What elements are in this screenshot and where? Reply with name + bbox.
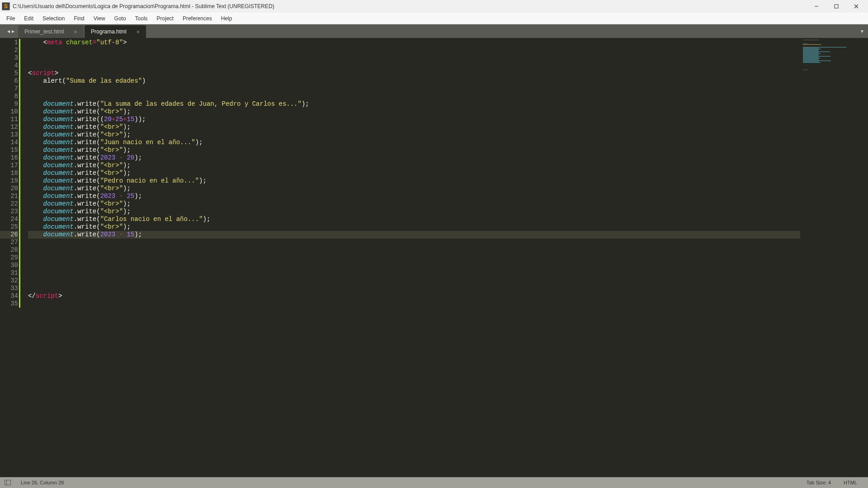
line-number[interactable]: 31 bbox=[0, 269, 18, 277]
code-line[interactable] bbox=[28, 277, 800, 285]
code-line[interactable]: document.write(2023 - 20); bbox=[28, 154, 800, 162]
code-line[interactable]: document.write("<br>"); bbox=[28, 169, 800, 177]
code-line[interactable]: document.write("<br>"); bbox=[28, 131, 800, 139]
code-line[interactable]: document.write("<br>"); bbox=[28, 108, 800, 116]
code-line[interactable] bbox=[28, 254, 800, 262]
close-button[interactable] bbox=[846, 0, 866, 13]
window-controls bbox=[807, 0, 866, 13]
editor-area[interactable]: 1234567891011121314151617181920212223242… bbox=[0, 38, 868, 477]
line-number[interactable]: 11 bbox=[0, 116, 18, 123]
line-number[interactable]: 35 bbox=[0, 300, 18, 308]
line-number[interactable]: 21 bbox=[0, 192, 18, 200]
tab-close-icon[interactable]: × bbox=[74, 28, 77, 35]
line-number[interactable]: 12 bbox=[0, 123, 18, 131]
line-number[interactable]: 1 bbox=[0, 39, 18, 47]
line-number[interactable]: 5 bbox=[0, 70, 18, 77]
code-line[interactable]: document.write("<br>"); bbox=[28, 162, 800, 169]
code-line[interactable]: document.write("Carlos nacio en el año..… bbox=[28, 216, 800, 223]
code-line[interactable]: document.write("<br>"); bbox=[28, 146, 800, 154]
code-line[interactable]: document.write("<br>"); bbox=[28, 123, 800, 131]
code-line[interactable]: alert("Suma de las edades") bbox=[28, 77, 800, 85]
line-number[interactable]: 25 bbox=[0, 223, 18, 231]
line-number[interactable]: 30 bbox=[0, 262, 18, 269]
menu-preferences[interactable]: Preferences bbox=[178, 14, 217, 23]
code-line[interactable]: document.write("<br>"); bbox=[28, 223, 800, 231]
tab-prev-icon[interactable]: ◂ bbox=[7, 28, 10, 34]
code-line[interactable] bbox=[28, 54, 800, 62]
menu-view[interactable]: View bbox=[89, 14, 110, 23]
line-number[interactable]: 13 bbox=[0, 131, 18, 139]
code-line[interactable] bbox=[28, 285, 800, 292]
code-line[interactable] bbox=[28, 262, 800, 269]
code-line[interactable]: document.write("Pedro nacio en el año...… bbox=[28, 177, 800, 185]
line-number[interactable]: 34 bbox=[0, 292, 18, 300]
line-number[interactable]: 28 bbox=[0, 246, 18, 254]
code-line[interactable]: document.write("La suma de las edades de… bbox=[28, 100, 800, 108]
menu-tools[interactable]: Tools bbox=[131, 14, 152, 23]
line-number[interactable]: 9 bbox=[0, 100, 18, 108]
menu-edit[interactable]: Edit bbox=[19, 14, 38, 23]
code-line[interactable]: document.write(2023 - 25); bbox=[28, 192, 800, 200]
code-content[interactable]: <meta charset="utf-8"> <script> alert("S… bbox=[24, 38, 800, 477]
code-line[interactable] bbox=[28, 269, 800, 277]
tab-dropdown-icon[interactable]: ▾ bbox=[861, 28, 863, 34]
code-line[interactable] bbox=[28, 62, 800, 70]
line-number[interactable]: 19 bbox=[0, 177, 18, 185]
line-number[interactable]: 6 bbox=[0, 77, 18, 85]
code-line[interactable] bbox=[28, 47, 800, 54]
code-line[interactable] bbox=[28, 85, 800, 93]
code-line[interactable]: document.write("<br>"); bbox=[28, 200, 800, 208]
minimize-button[interactable] bbox=[807, 0, 826, 13]
line-number[interactable]: 32 bbox=[0, 277, 18, 285]
line-number[interactable]: 17 bbox=[0, 162, 18, 169]
line-number[interactable]: 3 bbox=[0, 54, 18, 62]
line-number[interactable]: 16 bbox=[0, 154, 18, 162]
code-line[interactable]: <script> bbox=[28, 70, 800, 77]
line-number[interactable]: 10 bbox=[0, 108, 18, 116]
line-number[interactable]: 23 bbox=[0, 208, 18, 216]
line-number[interactable]: 24 bbox=[0, 216, 18, 223]
line-number[interactable]: 14 bbox=[0, 139, 18, 146]
tab-programa-html[interactable]: Programa.html× bbox=[85, 25, 146, 38]
line-number[interactable]: 15 bbox=[0, 146, 18, 154]
window-title: C:\Users\Usuario dell\Documents\Logica d… bbox=[13, 3, 807, 9]
panel-toggle-icon[interactable] bbox=[5, 480, 11, 485]
tab-size-indicator[interactable]: Tab Size: 4 bbox=[807, 480, 831, 485]
syntax-indicator[interactable]: HTML bbox=[844, 480, 857, 485]
line-number[interactable]: 26 bbox=[0, 231, 18, 239]
menu-project[interactable]: Project bbox=[152, 14, 178, 23]
code-line[interactable] bbox=[28, 300, 800, 308]
line-number[interactable]: 22 bbox=[0, 200, 18, 208]
code-line[interactable] bbox=[28, 93, 800, 100]
menu-goto[interactable]: Goto bbox=[110, 14, 131, 23]
menu-selection[interactable]: Selection bbox=[38, 14, 69, 23]
code-line[interactable] bbox=[28, 239, 800, 246]
line-number[interactable]: 4 bbox=[0, 62, 18, 70]
maximize-button[interactable] bbox=[826, 0, 846, 13]
line-number[interactable]: 20 bbox=[0, 185, 18, 192]
code-line[interactable]: document.write("<br>"); bbox=[28, 185, 800, 192]
line-number[interactable]: 18 bbox=[0, 169, 18, 177]
line-number[interactable]: 29 bbox=[0, 254, 18, 262]
tab-next-icon[interactable]: ▸ bbox=[12, 28, 14, 34]
code-line[interactable]: document.write((20+25+15)); bbox=[28, 116, 800, 123]
code-line[interactable]: document.write("Juan nacio en el año..."… bbox=[28, 139, 800, 146]
cursor-position[interactable]: Line 26, Column 28 bbox=[21, 480, 64, 485]
line-number[interactable]: 27 bbox=[0, 239, 18, 246]
code-line[interactable]: document.write(2023 - 15); bbox=[28, 231, 800, 239]
menu-help[interactable]: Help bbox=[217, 14, 237, 23]
menu-file[interactable]: File bbox=[2, 14, 19, 23]
menu-find[interactable]: Find bbox=[69, 14, 89, 23]
tab-close-icon[interactable]: × bbox=[137, 28, 140, 35]
code-line[interactable]: </script> bbox=[28, 292, 800, 300]
tab-primer_test-html[interactable]: Primer_test.html× bbox=[18, 25, 84, 38]
code-line[interactable]: <meta charset="utf-8"> bbox=[28, 39, 800, 47]
line-number[interactable]: 8 bbox=[0, 93, 18, 100]
line-number[interactable]: 33 bbox=[0, 285, 18, 292]
code-line[interactable]: document.write("<br>"); bbox=[28, 208, 800, 216]
line-number[interactable]: 7 bbox=[0, 85, 18, 93]
code-line[interactable] bbox=[28, 246, 800, 254]
minimap-line bbox=[803, 47, 846, 47]
line-number[interactable]: 2 bbox=[0, 47, 18, 54]
minimap[interactable] bbox=[800, 38, 868, 477]
